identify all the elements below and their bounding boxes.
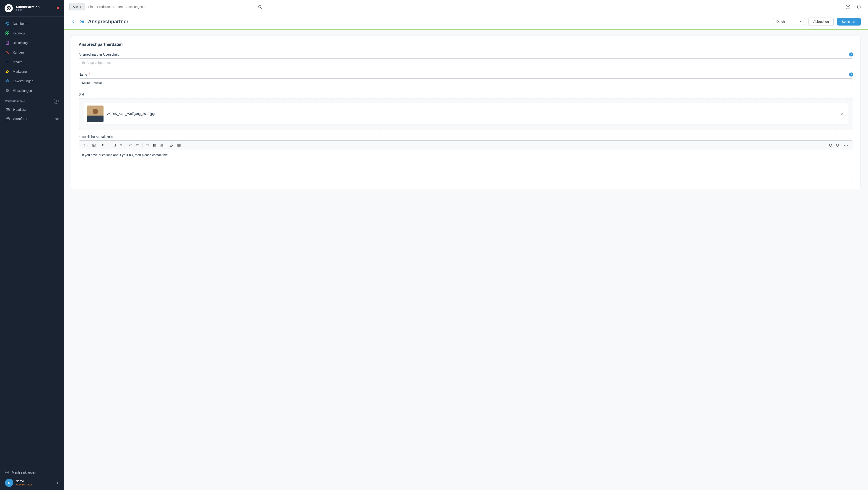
sidebar-item-kunden[interactable]: Kunden — [0, 47, 64, 57]
storefront-icon — [5, 117, 10, 121]
sidebar-header: Administration 6.4.18.1 — [0, 0, 64, 17]
name-label: Name * ? — [79, 72, 853, 76]
headline-input[interactable] — [79, 58, 853, 67]
svg-rect-13 — [6, 61, 9, 61]
user-role: Administrator — [16, 483, 32, 486]
user-name: demo — [16, 479, 32, 483]
sales-channels-header: Verkaufskanäle + — [0, 96, 64, 105]
sidebar-item-marketing[interactable]: Marketing — [0, 67, 64, 76]
svg-point-16 — [7, 70, 8, 71]
rte-subscript-button[interactable]: X2 — [134, 143, 141, 148]
rte-source-button[interactable]: </> — [842, 143, 850, 148]
sidebar-item-kataloge[interactable]: Kataloge — [0, 29, 64, 38]
svg-rect-42 — [93, 145, 94, 146]
sidebar-item-inhalte[interactable]: Inhalte — [0, 57, 64, 67]
name-input[interactable] — [79, 78, 853, 87]
search-type-button[interactable]: Alle ▼ — [69, 3, 85, 10]
image-thumbnail — [87, 105, 103, 122]
image-field-group: Bild — [79, 93, 853, 129]
search-input[interactable] — [85, 3, 255, 10]
svg-point-27 — [56, 118, 58, 120]
rte-toolbar: ¶ ▼ B I — [79, 140, 853, 150]
svg-rect-17 — [6, 81, 7, 81]
image-upload-area[interactable]: ACRIS_Kern_Wolfgang_2019.jpg ✕ — [79, 98, 853, 129]
rte-undo-button[interactable] — [827, 143, 834, 148]
name-help-icon[interactable]: ? — [849, 72, 853, 76]
rte-superscript-button[interactable]: X2 — [127, 143, 134, 148]
sidebar-item-label: Kataloge — [13, 31, 25, 35]
main-content: Alle ▼ ? — [64, 0, 868, 490]
svg-point-51 — [153, 146, 154, 146]
rte-paragraph-dropdown[interactable]: ¶ ▼ — [82, 143, 90, 148]
svg-rect-18 — [8, 81, 9, 81]
topbar-icons: ? — [844, 3, 863, 10]
menu-collapse-label: Menü einklappen — [12, 470, 36, 474]
notifications-icon[interactable] — [855, 3, 863, 10]
sidebar-item-einstellungen[interactable]: Einstellungen — [0, 86, 64, 96]
sidebar-item-label: Einstellungen — [13, 89, 32, 93]
sidebar-item-label: Storefront — [13, 117, 27, 121]
svg-rect-39 — [87, 116, 103, 122]
einstellungen-icon — [5, 89, 9, 93]
cancel-button[interactable]: Abbrechen — [808, 18, 834, 26]
contact-persons-icon[interactable] — [79, 19, 84, 24]
form-card: Ansprechpartnerdaten Ansprechpartner Übe… — [71, 36, 861, 189]
svg-point-34 — [81, 20, 82, 22]
search-button[interactable] — [255, 3, 265, 11]
svg-rect-41 — [94, 144, 95, 145]
svg-point-2 — [7, 23, 8, 24]
sidebar-item-label: Dashboard — [13, 22, 29, 26]
sidebar-item-storefront[interactable]: Storefront — [0, 114, 64, 123]
app-logo — [5, 4, 13, 12]
rte-blocks-button[interactable] — [91, 143, 97, 148]
user-menu-chevron[interactable]: ▲ — [56, 481, 59, 484]
user-info: D demo Administrator ▲ — [5, 476, 59, 487]
svg-rect-26 — [6, 118, 9, 120]
svg-point-49 — [153, 145, 154, 145]
save-button[interactable]: Speichern — [837, 18, 861, 26]
topbar: Alle ▼ ? — [64, 0, 868, 14]
rte-unordered-list-button[interactable] — [151, 143, 158, 148]
svg-rect-23 — [6, 108, 9, 111]
name-field-group: Name * ? — [79, 72, 853, 87]
rte-strikethrough-button[interactable]: S — [118, 142, 124, 148]
add-sales-channel-button[interactable]: + — [54, 99, 59, 104]
svg-point-35 — [83, 21, 84, 22]
language-selector[interactable]: Dutch ▼ — [773, 18, 805, 25]
search-type-label: Alle — [73, 5, 78, 9]
required-indicator: * — [89, 73, 90, 76]
sidebar-item-label: Inhalte — [13, 60, 22, 64]
rte-bold-button[interactable]: B — [100, 142, 106, 148]
rte-italic-button[interactable]: I — [107, 142, 111, 148]
image-remove-button[interactable]: ✕ — [839, 111, 845, 117]
kunden-icon — [5, 50, 9, 55]
svg-rect-15 — [6, 63, 8, 63]
rte-align-button[interactable] — [144, 143, 151, 148]
menu-collapse-button[interactable]: Menü einklappen — [5, 468, 59, 476]
sidebar-item-dashboard[interactable]: Dashboard — [0, 19, 64, 29]
sidebar-footer: Menü einklappen D demo Administrator ▲ — [0, 465, 64, 490]
inhalte-icon — [5, 60, 9, 64]
svg-point-0 — [8, 7, 9, 9]
sidebar-item-erweiterungen[interactable]: Erweiterungen — [0, 76, 64, 86]
back-button[interactable] — [71, 20, 76, 24]
form-section-title: Ansprechpartnerdaten — [79, 42, 853, 47]
language-chevron: ▼ — [799, 20, 801, 23]
rte-link-button[interactable] — [168, 143, 175, 148]
rte-redo-button[interactable] — [834, 143, 841, 148]
headline-field-group: Ansprechpartner Überschrift ? — [79, 53, 853, 67]
rte-divider-3 — [142, 143, 143, 148]
sidebar: Administration 6.4.18.1 Dashboard — [0, 0, 64, 490]
headless-icon — [5, 107, 10, 112]
headline-help-icon[interactable]: ? — [849, 53, 853, 57]
help-icon[interactable]: ? — [844, 3, 851, 10]
svg-point-22 — [7, 90, 8, 91]
rte-ordered-list-button[interactable]: 1 2 3 — [158, 143, 165, 148]
rte-content[interactable]: If you have questions about your bill, t… — [79, 150, 853, 177]
storefront-eye-icon[interactable] — [55, 117, 59, 121]
rte-underline-button[interactable]: U — [112, 142, 118, 148]
rte-table-button[interactable] — [176, 143, 182, 148]
svg-text:3: 3 — [160, 145, 161, 147]
sidebar-item-headless[interactable]: Headless — [0, 105, 64, 114]
sidebar-item-bestellungen[interactable]: Bestellungen — [0, 38, 64, 47]
